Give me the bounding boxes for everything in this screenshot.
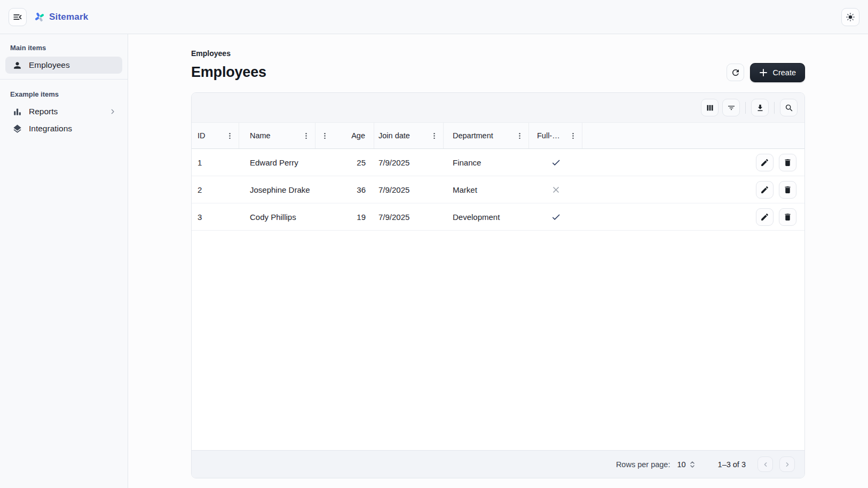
refresh-icon <box>731 68 740 77</box>
sidebar-section-header: Example items <box>10 90 117 98</box>
sidebar-section-examples: Example items Reports Inte <box>0 90 128 143</box>
trash-icon <box>783 158 792 167</box>
search-button[interactable] <box>780 99 798 116</box>
sitemark-logo-icon <box>34 11 45 23</box>
cell-join-date: 7/9/2025 <box>374 149 444 176</box>
sidebar: Main items Employees Example items Repo <box>0 34 128 488</box>
cell-full-time <box>529 149 582 176</box>
sidebar-section-main: Main items Employees <box>0 44 128 80</box>
breadcrumb: Employees <box>191 49 805 58</box>
rows-per-page-value[interactable]: 10 <box>677 460 685 469</box>
top-app-bar: Sitemark <box>0 0 868 34</box>
pencil-icon <box>760 158 769 167</box>
toolbar-divider <box>774 102 775 114</box>
cell-age: 25 <box>315 149 374 176</box>
column-menu-icon[interactable] <box>321 132 329 140</box>
previous-page-button[interactable] <box>757 456 773 472</box>
table-row[interactable]: 2 Josephine Drake 36 7/9/2025 Market <box>192 176 804 203</box>
create-button-label: Create <box>772 68 796 77</box>
rows-per-page-label: Rows per page: <box>616 460 670 469</box>
cell-name: Edward Perry <box>239 149 315 176</box>
refresh-button[interactable] <box>727 64 744 81</box>
column-header-age[interactable]: Age <box>315 123 374 148</box>
cell-actions <box>582 203 804 230</box>
sun-icon <box>845 12 856 22</box>
pencil-icon <box>760 185 769 194</box>
download-icon <box>755 103 765 113</box>
plus-icon <box>759 68 768 77</box>
menu-open-icon <box>12 12 23 22</box>
cell-actions <box>582 149 804 176</box>
toolbar-divider <box>745 102 746 114</box>
download-button[interactable] <box>751 99 769 116</box>
column-menu-icon[interactable] <box>569 132 577 140</box>
page-actions: Create <box>727 63 805 82</box>
column-header-department[interactable]: Department <box>444 123 529 148</box>
column-menu-icon[interactable] <box>226 132 234 140</box>
cell-id: 2 <box>192 176 239 203</box>
table-row[interactable]: 1 Edward Perry 25 7/9/2025 Finance <box>192 149 804 176</box>
column-header-label: Age <box>351 131 374 140</box>
trash-icon <box>783 212 792 222</box>
edit-button[interactable] <box>756 154 774 171</box>
sidebar-collapse-button[interactable] <box>9 8 27 26</box>
layers-icon <box>12 124 22 134</box>
column-menu-icon[interactable] <box>516 132 524 140</box>
edit-button[interactable] <box>756 208 774 226</box>
column-header-label: Join date <box>374 131 410 140</box>
delete-button[interactable] <box>779 181 796 199</box>
column-header-label: ID <box>192 131 206 140</box>
page-title: Employees <box>191 64 266 81</box>
cell-age: 19 <box>315 203 374 230</box>
column-header-id[interactable]: ID <box>192 123 239 148</box>
data-grid: ID Name A <box>191 92 805 478</box>
grid-toolbar <box>192 93 804 123</box>
column-header-label: Full-… <box>529 131 560 140</box>
trash-icon <box>783 185 792 194</box>
column-header-join-date[interactable]: Join date <box>374 123 444 148</box>
main-content: Employees Employees Create <box>128 34 868 488</box>
delete-button[interactable] <box>779 208 796 226</box>
cell-full-time <box>529 203 582 230</box>
sidebar-item-label: Reports <box>29 107 58 116</box>
rows-per-page-stepper[interactable] <box>689 460 696 469</box>
delete-button[interactable] <box>779 154 796 171</box>
sidebar-item-reports[interactable]: Reports <box>5 103 122 120</box>
next-page-button[interactable] <box>779 456 795 472</box>
pagination-range-label: 1–3 of 3 <box>718 460 746 469</box>
sidebar-item-employees[interactable]: Employees <box>5 57 122 74</box>
sidebar-item-label: Integrations <box>29 124 72 133</box>
column-header-name[interactable]: Name <box>239 123 315 148</box>
chevron-left-icon <box>761 460 770 469</box>
column-menu-icon[interactable] <box>430 132 438 140</box>
column-header-full-time[interactable]: Full-… <box>529 123 582 148</box>
sidebar-item-integrations[interactable]: Integrations <box>5 120 122 137</box>
pencil-icon <box>760 212 769 222</box>
columns-button[interactable] <box>701 99 719 116</box>
column-header-label: Department <box>444 131 493 140</box>
cell-age: 36 <box>315 176 374 203</box>
cell-department: Development <box>444 203 529 230</box>
check-icon <box>551 212 561 222</box>
cell-join-date: 7/9/2025 <box>374 203 444 230</box>
column-header-label: Name <box>239 131 271 140</box>
table-row[interactable]: 3 Cody Phillips 19 7/9/2025 Development <box>192 203 804 231</box>
bar-chart-icon <box>12 107 22 117</box>
create-button[interactable]: Create <box>750 63 805 82</box>
grid-footer: Rows per page: 10 1–3 of 3 <box>192 450 804 478</box>
theme-toggle-button[interactable] <box>841 8 859 26</box>
grid-header-row: ID Name A <box>192 123 804 149</box>
cell-join-date: 7/9/2025 <box>374 176 444 203</box>
close-icon <box>551 185 561 195</box>
cell-department: Finance <box>444 149 529 176</box>
cell-id: 1 <box>192 149 239 176</box>
filter-button[interactable] <box>722 99 740 116</box>
cell-id: 3 <box>192 203 239 230</box>
edit-button[interactable] <box>756 181 774 199</box>
check-icon <box>551 158 561 168</box>
cell-name: Josephine Drake <box>239 176 315 203</box>
cell-actions <box>582 176 804 203</box>
chevron-right-icon <box>108 107 117 116</box>
column-menu-icon[interactable] <box>302 132 310 140</box>
brand-logo[interactable]: Sitemark <box>34 11 88 23</box>
